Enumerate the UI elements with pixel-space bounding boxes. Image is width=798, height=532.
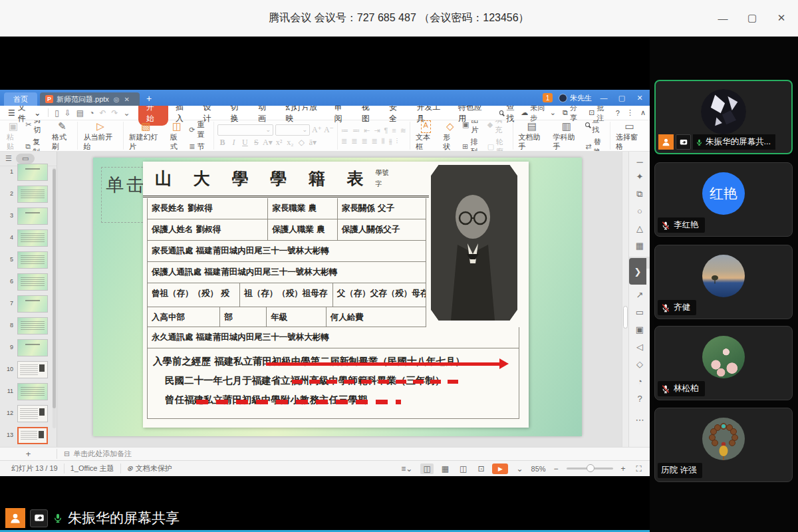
play-dropdown-icon[interactable]: ⌄ bbox=[513, 464, 525, 474]
print-icon[interactable] bbox=[74, 108, 86, 118]
tab-pin-icon[interactable]: ◎ bbox=[114, 96, 120, 103]
slides-view-icon[interactable] bbox=[16, 154, 35, 164]
decrease-font-icon[interactable]: A⁻ bbox=[324, 125, 334, 135]
columns-icon[interactable]: ≋ bbox=[400, 126, 406, 135]
font-family-select[interactable]: ⌄ bbox=[217, 124, 273, 136]
add-slide-button[interactable]: + bbox=[0, 449, 57, 459]
underline-button[interactable]: U bbox=[240, 138, 250, 148]
history-tool-icon[interactable]: ◔ bbox=[629, 376, 650, 386]
slide-thumbnail[interactable]: 7 bbox=[0, 295, 53, 313]
duplicate-slide-icon[interactable]: ⧉ bbox=[629, 189, 650, 200]
undo-icon[interactable] bbox=[96, 108, 108, 118]
fit-slide-icon[interactable]: ⛶ bbox=[634, 464, 644, 474]
export-tool-icon[interactable]: ↗ bbox=[629, 290, 650, 300]
normal-view-icon[interactable]: ◫ bbox=[420, 464, 433, 474]
audio-tool-icon[interactable]: ◁ bbox=[629, 342, 650, 352]
close-button[interactable] bbox=[771, 9, 791, 27]
redo-icon[interactable] bbox=[109, 108, 121, 118]
notification-badge[interactable]: 1 bbox=[543, 93, 553, 102]
image-tool-icon[interactable]: ▣ bbox=[629, 325, 650, 334]
more-tools-icon[interactable]: ⋯ bbox=[629, 415, 650, 425]
new-slide-button[interactable]: 新建幻灯片 bbox=[127, 120, 165, 151]
slide-thumbnail[interactable]: 11 bbox=[0, 383, 53, 400]
clear-format-button[interactable]: ◇ bbox=[297, 138, 307, 148]
canvas-scrollbar[interactable] bbox=[622, 152, 628, 447]
slide-thumbnail[interactable]: 2 bbox=[0, 186, 53, 203]
zoom-slider-knob[interactable] bbox=[587, 464, 595, 472]
textbox-button[interactable]: 文本框 bbox=[414, 120, 438, 151]
minimize-button[interactable] bbox=[713, 9, 733, 27]
more-icon[interactable] bbox=[626, 108, 634, 117]
wps-home-tab[interactable]: 首页 bbox=[4, 92, 37, 106]
plugin-tool-icon[interactable]: ◇ bbox=[629, 359, 650, 369]
smartart-icon[interactable]: △ bbox=[629, 223, 650, 233]
grid-tool-icon[interactable]: ▦ bbox=[629, 241, 650, 251]
protection-status[interactable]: ⊗文档未保护 bbox=[121, 464, 178, 473]
outdent-icon[interactable]: ⇤ bbox=[364, 126, 370, 135]
collapse-ribbon-icon[interactable] bbox=[640, 108, 646, 117]
outline-button[interactable]: 轮廓 bbox=[487, 137, 509, 152]
shapes-tool-icon[interactable]: ○ bbox=[629, 206, 650, 216]
zoom-slider[interactable] bbox=[567, 467, 613, 469]
doc-helper-button[interactable]: 文档助手 bbox=[517, 120, 548, 151]
participant-tile[interactable]: 历院 许强 bbox=[654, 408, 793, 482]
reading-view-icon[interactable]: ⊡ bbox=[475, 464, 487, 474]
slide-thumbnail[interactable]: 6 bbox=[0, 273, 53, 291]
output-icon[interactable] bbox=[62, 108, 74, 118]
superscript-button[interactable]: x² bbox=[274, 138, 284, 148]
slide-thumbnail[interactable]: 9 bbox=[0, 339, 53, 356]
participant-tile[interactable]: 朱振华的屏幕共... bbox=[654, 80, 793, 154]
bullet-list-icon[interactable]: ≔ bbox=[341, 126, 348, 135]
align-center-icon[interactable]: ≣ bbox=[351, 137, 357, 146]
picture-button[interactable]: 图片 bbox=[462, 120, 484, 135]
reset-button[interactable]: 重置 bbox=[189, 120, 210, 140]
align-left-icon[interactable]: ≣ bbox=[341, 137, 347, 146]
layout-button[interactable]: 版式 bbox=[168, 120, 186, 151]
participant-tile[interactable]: 齐健 bbox=[654, 245, 793, 319]
indent-icon[interactable]: ⇥ bbox=[374, 126, 380, 135]
zoom-level[interactable]: 85% bbox=[531, 465, 546, 473]
increase-font-icon[interactable]: A⁺ bbox=[312, 125, 322, 135]
tab-close-icon[interactable]: ✕ bbox=[124, 96, 130, 103]
wps-close-button[interactable] bbox=[634, 94, 646, 102]
wps-document-tab[interactable]: P 新师范问题.pptx ◎ ✕ bbox=[40, 92, 140, 106]
slideshow-play-button[interactable]: ▶ bbox=[492, 464, 508, 474]
align-right-icon[interactable]: ≣ bbox=[361, 137, 367, 146]
line-spacing-icon[interactable]: ≡ bbox=[392, 126, 396, 135]
smart-features-icon[interactable]: ✦ bbox=[629, 172, 650, 182]
notes-toggle-icon[interactable]: ≡⌄ bbox=[398, 464, 415, 474]
paste-button[interactable]: 粘贴 bbox=[5, 120, 22, 151]
number-list-icon[interactable]: ≕ bbox=[352, 126, 360, 135]
font-color-button[interactable]: A▾ bbox=[263, 138, 273, 148]
new-tab-button[interactable]: + bbox=[146, 93, 152, 104]
theme-name[interactable]: 1_Office 主题 bbox=[65, 464, 121, 473]
slide-thumbnail[interactable]: 1 bbox=[0, 164, 53, 181]
font-size-select[interactable]: ⌄ bbox=[275, 124, 310, 136]
italic-button[interactable]: I bbox=[229, 138, 239, 148]
participant-tile[interactable]: 林松柏 bbox=[654, 326, 793, 400]
slide-thumbnail[interactable]: 5 bbox=[0, 251, 53, 269]
slide-thumbnail[interactable]: 12 bbox=[0, 405, 53, 422]
text-direction-icon[interactable]: ¶ bbox=[384, 126, 388, 135]
sync-status[interactable]: 未同步 bbox=[521, 103, 556, 123]
participant-tile[interactable]: 红艳 李红艳 bbox=[654, 162, 793, 237]
find-button[interactable]: 查找 bbox=[585, 120, 606, 135]
print-preview-icon[interactable] bbox=[86, 108, 96, 118]
shape-button[interactable]: 形状 bbox=[442, 120, 459, 151]
slide-thumbnail[interactable]: 8 bbox=[0, 317, 53, 334]
quickbar-dropdown-icon[interactable] bbox=[121, 108, 133, 118]
zoom-out-icon[interactable]: − bbox=[551, 464, 561, 474]
save-icon[interactable] bbox=[52, 108, 62, 118]
share-action[interactable]: 分享 bbox=[563, 103, 582, 123]
frame-tool-icon[interactable]: ▭ bbox=[629, 307, 650, 317]
expand-pane-tab[interactable]: ❯ bbox=[629, 258, 646, 285]
slide-thumbnail-selected[interactable]: 13 bbox=[0, 427, 53, 444]
notes-input[interactable]: 单击此处添加备注 bbox=[57, 449, 132, 459]
help-icon[interactable] bbox=[616, 109, 620, 117]
replace-button[interactable]: 替换 bbox=[585, 137, 606, 152]
zoom-in-icon[interactable]: + bbox=[618, 464, 628, 474]
format-painter-button[interactable]: 格式刷 bbox=[50, 120, 74, 151]
sorter-view-icon[interactable]: ▦ bbox=[439, 464, 452, 474]
current-slide[interactable]: 单击 山 大 學 學 籍 表 學號 字 bbox=[93, 158, 582, 436]
subscript-button[interactable]: x₂ bbox=[285, 138, 295, 148]
